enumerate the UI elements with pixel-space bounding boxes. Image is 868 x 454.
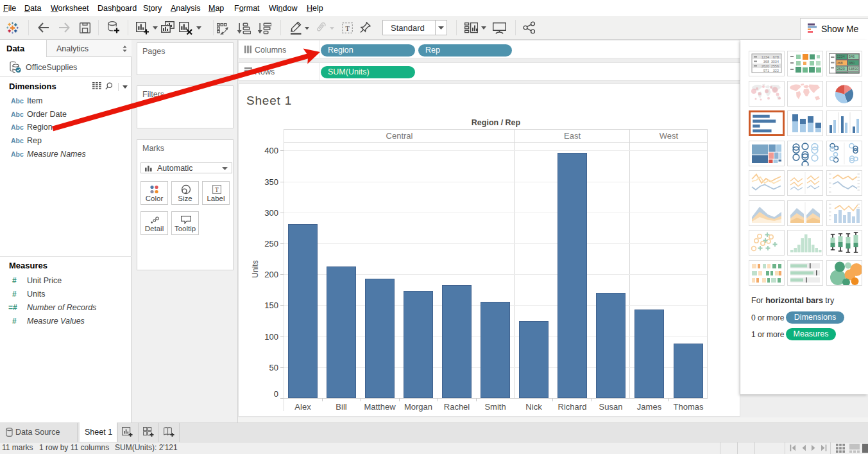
svg-text:2556: 2556 (771, 64, 779, 68)
svg-text:T: T (215, 187, 219, 193)
svg-text:368: 368 (837, 61, 843, 65)
svg-text:T: T (345, 24, 350, 32)
svg-text:1234: 1234 (837, 55, 845, 58)
svg-text:546: 546 (849, 55, 855, 58)
svg-text:678: 678 (773, 55, 779, 59)
svg-text:380: 380 (849, 61, 855, 65)
svg-text:2620: 2620 (837, 67, 845, 71)
svg-text:2620: 2620 (762, 64, 769, 68)
svg-text:971: 971 (763, 69, 769, 73)
svg-text:3034: 3034 (771, 60, 779, 64)
svg-text:368: 368 (763, 60, 769, 64)
svg-text:53890: 53890 (849, 67, 858, 71)
svg-text:1234: 1234 (762, 55, 769, 59)
svg-text:322: 322 (773, 69, 779, 73)
